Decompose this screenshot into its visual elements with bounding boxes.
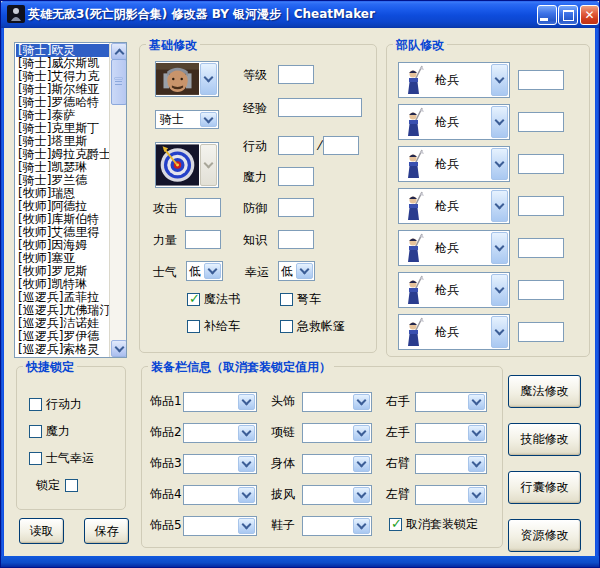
army-unit-dropdown[interactable]: 枪兵 [398,146,510,182]
army-count-input[interactable] [518,154,564,174]
specialty-target-icon [156,143,199,187]
minimize-button[interactable] [537,5,557,25]
army-count-input[interactable] [518,238,564,258]
army-row: 枪兵 [398,314,578,350]
action-current-input[interactable] [278,136,314,155]
chevron-down-icon [204,263,221,279]
morale-dropdown[interactable]: 低 [186,261,223,281]
equip-slot-dropdown[interactable] [302,485,372,505]
scroll-thumb[interactable] [111,59,127,105]
equip-row: 饰品4 [150,479,257,510]
equip-slot-dropdown[interactable] [183,516,257,536]
army-unit-dropdown[interactable]: 枪兵 [398,230,510,266]
equip-slot-label: 左臂 [386,486,415,503]
equip-slot-label: 右手 [386,393,415,410]
army-count-input[interactable] [518,322,564,342]
chevron-down-icon [353,425,370,441]
titlebar[interactable]: 英雄无敌3(死亡阴影合集) 修改器 BY 银河漫步 | CheatMaker [0,0,600,28]
portrait-dropdown[interactable] [155,61,219,97]
equip-slot-dropdown[interactable] [302,423,372,443]
army-count-input[interactable] [518,112,564,132]
equip-slot-dropdown[interactable] [302,516,372,536]
hero-class-dropdown[interactable]: 骑士 [155,110,219,129]
equip-slot-dropdown[interactable] [183,423,257,443]
army-unit-dropdown[interactable]: 枪兵 [398,188,510,224]
chevron-down-icon [238,487,255,503]
unlock-set-label: 取消套装锁定 [406,516,478,533]
army-unit-dropdown[interactable]: 枪兵 [398,272,510,308]
mana-input[interactable] [278,167,314,186]
army-unit-dropdown[interactable]: 枪兵 [398,104,510,140]
army-unit-dropdown[interactable]: 枪兵 [398,314,510,350]
side-modify-button[interactable]: 魔法修改 [508,375,581,408]
hero-list[interactable]: [骑士]欧灵 [骑士]威尔斯凯 [骑士]艾得力克 [骑士]斯尔维亚 [骑士]罗德… [14,42,127,358]
chevron-down-icon [114,342,124,352]
army-count-input[interactable] [518,70,564,90]
level-input[interactable] [278,65,314,84]
luck-value: 低 [279,262,295,280]
quick-lock-option[interactable]: 士气幸运 [29,451,94,465]
army-count-input[interactable] [518,196,564,216]
equip-row: 饰品2 [150,417,257,448]
close-button[interactable]: ✕ [580,5,599,25]
side-modify-button[interactable]: 行囊修改 [508,471,581,504]
army-row: 枪兵 [398,272,578,308]
power-input[interactable] [185,230,221,249]
unlock-set-checkbox[interactable] [389,518,402,531]
equip-slot-dropdown[interactable] [415,392,487,412]
war-machine-option[interactable]: 急救帐篷 [280,319,372,333]
chevron-down-icon [353,456,370,472]
chevron-down-icon [468,394,485,410]
checkbox-label: 行动力 [46,396,82,413]
equip-slot-dropdown[interactable] [302,392,372,412]
read-button[interactable]: 读取 [19,518,64,544]
war-machine-option[interactable]: 弩车 [280,292,372,306]
equip-slot-dropdown[interactable] [183,454,257,474]
equip-slot-dropdown[interactable] [415,423,487,443]
side-modify-button[interactable]: 技能修改 [508,423,581,456]
equip-slot-dropdown[interactable] [183,485,257,505]
specialty-dropdown[interactable] [155,142,219,188]
save-button[interactable]: 保存 [84,518,129,544]
knowledge-input[interactable] [278,230,314,249]
group-title: 装备栏信息（取消套装锁定值用） [148,359,334,376]
equip-slot-label: 饰品2 [150,424,183,441]
equip-slot-dropdown[interactable] [415,485,487,505]
army-unit-dropdown[interactable]: 枪兵 [398,62,510,98]
equip-slot-label: 饰品5 [150,517,183,534]
war-machine-option[interactable]: 补给车 [187,319,280,333]
defense-input[interactable] [278,198,314,217]
equip-row: 左臂 [386,479,487,510]
action-max-input[interactable] [323,136,359,155]
exp-input[interactable] [278,98,362,117]
equip-column-hands: 右手 左手 右臂 左臂 [386,386,487,510]
chevron-down-icon [238,518,255,534]
equip-slot-label: 饰品1 [150,393,183,410]
level-label: 等级 [243,68,267,82]
hero-list-scrollbar[interactable] [109,43,126,357]
equip-slot-label: 披风 [271,486,302,503]
chevron-down-icon [200,112,217,127]
maximize-button[interactable] [558,5,578,25]
equip-slot-dropdown[interactable] [183,392,257,412]
pikeman-icon [399,63,431,97]
war-machine-option[interactable]: 魔法书 [187,292,280,306]
scroll-down-button[interactable] [111,340,127,357]
equip-slot-dropdown[interactable] [302,454,372,474]
army-count-input[interactable] [518,280,564,300]
army-row: 枪兵 [398,104,578,140]
army-unit-value: 枪兵 [431,63,490,97]
quick-lock-option[interactable]: 魔力 [29,424,94,438]
chevron-down-icon [468,456,485,472]
attack-input[interactable] [185,198,221,217]
luck-dropdown[interactable]: 低 [278,261,315,281]
quick-lock-option[interactable]: 行动力 [29,397,94,411]
equip-slot-dropdown[interactable] [415,454,487,474]
lock-checkbox[interactable] [65,479,78,492]
window-border-bottom [0,556,600,568]
checkbox-icon [29,425,42,438]
scroll-up-button[interactable] [111,43,127,60]
checkbox-icon [187,320,200,333]
side-modify-button[interactable]: 资源修改 [508,519,581,552]
equip-row: 身体 [271,448,372,479]
